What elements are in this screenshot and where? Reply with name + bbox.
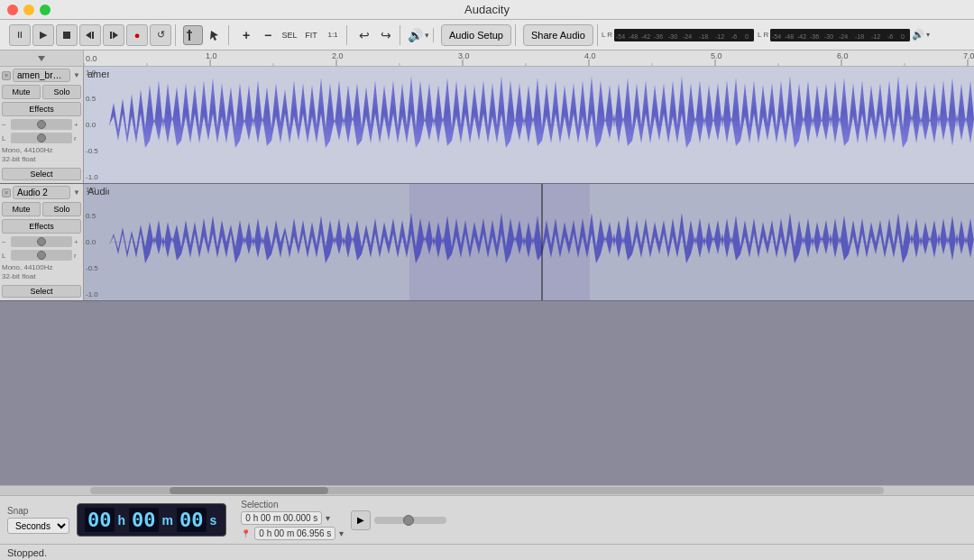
track-1-effects-button[interactable]: Effects	[2, 102, 81, 116]
track-1-gain-slider[interactable]	[11, 119, 72, 130]
time-m-label: m	[162, 513, 173, 528]
track-1-pan-slider[interactable]	[11, 133, 72, 143]
track-1-collapse-icon: ▼	[73, 71, 80, 79]
skip-back-button[interactable]	[79, 24, 101, 46]
time-minute-group: 00	[129, 508, 159, 532]
horizontal-scrollbar[interactable]	[90, 487, 884, 494]
ruler-svg: 0.0 1.0 2.0 3.0 4.0 5.0 6.0 7.0	[84, 50, 974, 66]
selection-label: Selection	[241, 500, 344, 510]
selection-end-time[interactable]: 0 h 00 m 06.956 s	[254, 527, 335, 540]
track-1-select-button[interactable]: Select	[2, 168, 81, 180]
track-1-collapse-button[interactable]: ▼	[72, 71, 81, 80]
input-meter-r-label: R	[607, 31, 612, 39]
record-button[interactable]: ●	[126, 24, 148, 46]
app-title: Audacity	[464, 3, 510, 16]
track-2-gain-plus-icon: +	[74, 238, 81, 246]
zoom-fit-button[interactable]: FIT	[301, 25, 321, 45]
output-meter-bar: -54 -48 -42 -36 -30 -24 -18 -12 -6 0	[770, 29, 910, 41]
titlebar: Audacity	[0, 0, 974, 20]
track-1-gain: − +	[2, 119, 81, 130]
svg-text:-12: -12	[871, 33, 880, 40]
output-volume-arrow: ▾	[926, 31, 930, 39]
undo-group: ↩ ↪	[351, 25, 400, 45]
track-2-pan-l-icon: L	[2, 252, 9, 260]
track-2-mute-button[interactable]: Mute	[2, 202, 41, 216]
track-1-name[interactable]: amen_break	[13, 69, 70, 82]
zoom-selection-button[interactable]: SEL	[280, 25, 299, 45]
track-1-mute-button[interactable]: Mute	[2, 85, 41, 99]
svg-marker-29	[38, 56, 45, 61]
track-2-pan-slider[interactable]	[11, 250, 72, 261]
svg-marker-3	[113, 32, 118, 39]
track-2-name[interactable]: Audio 2	[13, 186, 70, 199]
track-1-gain-minus-icon: −	[2, 121, 9, 129]
redo-button[interactable]: ↪	[376, 25, 396, 45]
selection-start-arrow[interactable]: ▾	[326, 513, 330, 523]
track-1-y-n05: -0.5	[84, 147, 109, 155]
controls-row: Snap Seconds Beats Off 00 h 00 m 00 s	[0, 496, 974, 544]
main-content: × amen_break ▼ Mute Solo Effects −	[0, 67, 974, 485]
track-2-header: × Audio 2 ▼	[2, 186, 81, 199]
scrollbar-thumb[interactable]	[170, 487, 328, 494]
track-2-collapse-button[interactable]: ▼	[72, 188, 81, 197]
time-display: 00 h 00 m 00 s	[77, 503, 226, 537]
play-button[interactable]: ▶	[32, 24, 54, 46]
bottom-bar: Snap Seconds Beats Off 00 h 00 m 00 s	[0, 485, 974, 544]
track-1-y-0: 0.0	[84, 121, 109, 129]
zoom-in-button[interactable]: +	[236, 25, 256, 45]
audio-setup-group: Audio Setup	[437, 24, 516, 46]
skip-forward-button[interactable]	[103, 24, 124, 46]
selection-pin-icon: 📍	[241, 529, 251, 538]
svg-rect-4	[110, 32, 112, 39]
track-2-select-button[interactable]: Select	[2, 285, 81, 298]
undo-button[interactable]: ↩	[354, 25, 374, 45]
play-speed-thumb	[403, 515, 414, 526]
track-1-close-button[interactable]: ×	[2, 71, 11, 80]
share-audio-button[interactable]: Share Audio	[523, 24, 593, 46]
cursor-tool-button[interactable]	[183, 25, 203, 45]
tools-group	[179, 25, 229, 45]
track-1-waveform[interactable]: amen_break 1.0 0.5 0.0 -0.5 -1.0	[84, 67, 974, 183]
svg-text:1.0: 1.0	[206, 51, 217, 60]
track-2-close-button[interactable]: ×	[2, 188, 11, 197]
track-2-solo-button[interactable]: Solo	[42, 202, 81, 216]
track-2-waveform[interactable]: Audio 2 1.0 0.5 0.0 -0.5 -1.0	[84, 184, 974, 300]
track-1-info: Mono, 44100Hz32-bit float	[2, 146, 81, 165]
zoom-out-button[interactable]: −	[258, 25, 278, 45]
minimize-button[interactable]	[23, 5, 34, 15]
snap-label: Snap	[7, 506, 69, 516]
track-2-effects-button[interactable]: Effects	[2, 219, 81, 234]
dropdown-icon[interactable]	[35, 52, 48, 65]
zoom-group: + − SEL FIT 1:1	[233, 25, 347, 45]
track-1-y-05: 0.5	[84, 95, 109, 103]
track-1: × amen_break ▼ Mute Solo Effects −	[0, 67, 974, 184]
close-button[interactable]	[7, 5, 18, 15]
track-1-solo-button[interactable]: Solo	[42, 85, 81, 99]
selection-start-time[interactable]: 0 h 00 m 00.000 s	[241, 511, 322, 525]
maximize-button[interactable]	[40, 5, 51, 15]
snap-area: Snap Seconds Beats Off	[7, 506, 69, 534]
svg-text:-18: -18	[699, 33, 708, 40]
svg-rect-0	[63, 32, 70, 39]
select-tool-button[interactable]	[205, 25, 225, 45]
track-1-y-1: 1.0	[84, 69, 109, 77]
audio-setup-button[interactable]: Audio Setup	[441, 24, 511, 46]
track-1-waveform-svg	[109, 67, 974, 183]
play-at-button[interactable]: ▶	[351, 510, 371, 530]
track-1-close-icon: ×	[5, 71, 9, 79]
pause-button[interactable]: ⏸	[9, 24, 31, 46]
svg-text:0: 0	[901, 33, 905, 40]
track-2-pan: L r	[2, 250, 81, 261]
loop-button[interactable]: ↺	[150, 24, 171, 46]
status-text: Stopped.	[7, 547, 47, 558]
play-at-area: ▶	[351, 510, 446, 530]
track-2-gain-slider[interactable]	[11, 236, 72, 247]
selection-end-arrow[interactable]: ▾	[339, 528, 344, 538]
stop-button[interactable]	[56, 24, 78, 46]
snap-dropdown[interactable]: Seconds Beats Off	[7, 518, 69, 534]
svg-text:3.0: 3.0	[458, 51, 470, 60]
track-2-y-05: 0.5	[84, 212, 109, 220]
track-2-controls: × Audio 2 ▼ Mute Solo Effects −	[0, 184, 84, 300]
zoom-reset-button[interactable]: 1:1	[323, 25, 343, 45]
play-speed-slider[interactable]	[374, 517, 446, 524]
